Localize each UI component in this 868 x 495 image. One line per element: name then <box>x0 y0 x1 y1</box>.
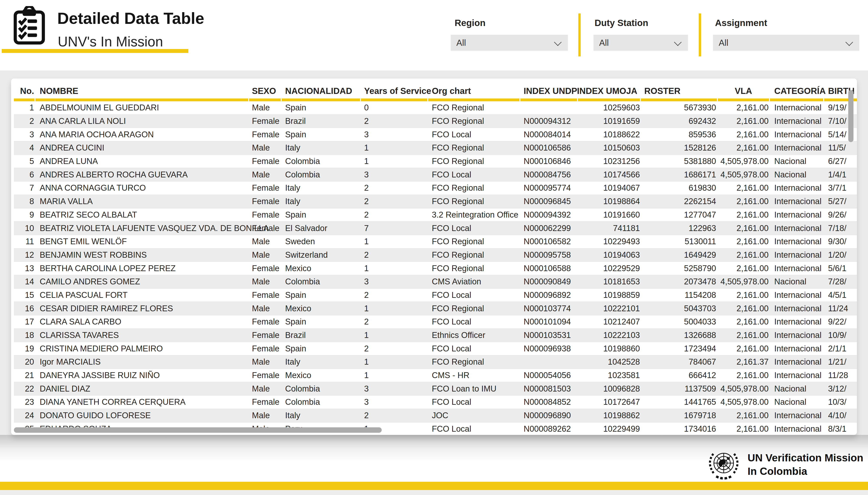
table-row[interactable]: 10BEATRIZ VIOLETA LAFUENTE VASQUEZ VDA. … <box>14 221 857 235</box>
cell: El Salvador <box>281 224 360 233</box>
header-underline-segment <box>578 99 640 101</box>
cell: Nacional <box>769 277 823 286</box>
cell: CLARISSA TAVARES <box>34 330 248 340</box>
column-header-sexo[interactable]: SEXO <box>248 81 281 96</box>
table-row[interactable]: 3ANA MARIA OCHOA ARAGONFemaleSpain3FCO L… <box>14 127 857 141</box>
cell: 1 <box>360 157 427 166</box>
cell: 11/24 <box>823 304 857 313</box>
cell: CLARA SALA CARBO <box>34 317 248 326</box>
column-header-org-chart[interactable]: Org chart <box>427 81 520 96</box>
cell: 21 <box>14 371 34 380</box>
cell: N000106582 <box>520 237 577 246</box>
cell: 10198859 <box>577 290 640 300</box>
cell: CMS - HR <box>427 371 520 380</box>
cell: FCO Regional <box>427 143 520 153</box>
cell: Colombia <box>281 170 360 180</box>
cell: 1 <box>360 237 427 246</box>
column-header-years-of-service[interactable]: Years of Service <box>360 81 427 96</box>
cell: 18 <box>14 330 34 340</box>
cell: Female <box>248 197 281 206</box>
cell: Internacional <box>769 290 823 300</box>
cell: MARIA VALLA <box>34 197 248 206</box>
table-row[interactable]: 9BEATRIZ SECO ALBALATFemaleSpain23.2 Rei… <box>14 208 857 221</box>
table-row[interactable]: 19CRISTINA MEDIERO PALMEIROFemaleSpain2F… <box>14 342 857 355</box>
column-header-nacionalidad[interactable]: NACIONALIDAD <box>281 81 360 96</box>
table-row[interactable]: 15CELIA PASCUAL FORTFemaleSpain2FCO Loca… <box>14 288 857 302</box>
table-row[interactable]: 11BENGT EMIL WENLÖFMaleSweden1FCO Region… <box>14 235 857 248</box>
cell: 2,161.00 <box>717 143 769 153</box>
table-row[interactable]: 18CLARISSA TAVARESFemaleBrazil1Ethnics O… <box>14 328 857 342</box>
column-header-nombre[interactable]: NOMBRE <box>34 81 248 96</box>
table-row[interactable]: 22DANIEL DIAZMaleColombia3FCO Loan to IM… <box>14 382 857 395</box>
cell: N000096938 <box>520 344 577 353</box>
cell: FCO Local <box>427 397 520 407</box>
cell: Internacional <box>769 197 823 206</box>
table-row[interactable]: 16CESAR DIDIER RAMIREZ FLORESMaleMexico1… <box>14 302 857 315</box>
duty-station-dropdown-value: All <box>594 38 609 48</box>
table-row[interactable]: 7ANNA CORNAGGIA TURCOFemaleItaly2FCO Reg… <box>14 181 857 194</box>
cell: Male <box>248 411 281 420</box>
table-row[interactable]: 2ANA CARLA LILA NOLIFemaleBrazil2FCO Reg… <box>14 114 857 128</box>
cell: FCO Regional <box>427 183 520 193</box>
table-row[interactable]: 17CLARA SALA CARBOFemaleSpain2FCO LocalN… <box>14 315 857 328</box>
cell: 24 <box>14 411 34 420</box>
cell: Male <box>248 170 281 180</box>
duty-station-dropdown[interactable]: All <box>594 35 688 51</box>
cell: Female <box>248 344 281 353</box>
table-row[interactable]: 20Igor MARCIALISMaleItaly1FCO Regional10… <box>14 355 857 369</box>
cell: Male <box>248 103 281 113</box>
cell: Male <box>248 143 281 153</box>
cell: 10259603 <box>577 103 640 113</box>
column-header-index-undp[interactable]: INDEX UNDP <box>520 81 577 96</box>
table-row[interactable]: 21DANEYRA JASSIBE RUIZ NIÑOFemaleMexico1… <box>14 369 857 382</box>
cell: 4,505,978.00 <box>717 170 769 180</box>
cell: N000096890 <box>520 411 577 420</box>
cell: Colombia <box>281 397 360 407</box>
cell: N000084852 <box>520 397 577 407</box>
cell: 1679718 <box>640 411 717 420</box>
cell: Nacional <box>769 397 823 407</box>
cell: Female <box>248 317 281 326</box>
cell: 1277047 <box>640 210 717 220</box>
cell: 10/9/ <box>823 330 857 340</box>
table-row[interactable]: 23DIANA YANETH CORREA CERQUERAFemaleColo… <box>14 395 857 409</box>
table-row[interactable]: 8MARIA VALLAFemaleItaly2FCO RegionalN000… <box>14 194 857 208</box>
cell: 16 <box>14 304 34 313</box>
assignment-dropdown[interactable]: All <box>713 35 859 51</box>
cell: 5673930 <box>640 103 717 113</box>
cell: CAMILO ANDRES GOMEZ <box>34 277 248 286</box>
table-row[interactable]: 1ABDELMOUNIM EL GUEDDARIMaleSpain0FCO Re… <box>14 101 857 114</box>
cell: Internacional <box>769 264 823 273</box>
region-dropdown[interactable]: All <box>451 35 568 51</box>
table-row[interactable]: 14CAMILO ANDRES GOMEZMaleColombia3CMS Av… <box>14 275 857 288</box>
column-header-index-umoja[interactable]: INDEX UMOJA <box>577 81 640 96</box>
cell: 1 <box>14 103 34 113</box>
column-header-no[interactable]: No. <box>14 81 34 96</box>
chevron-down-icon <box>674 38 682 46</box>
cell: FCO Regional <box>427 197 520 206</box>
cell: 2,161.00 <box>717 290 769 300</box>
cell: 2/1/1 <box>823 344 857 353</box>
data-table-panel: No.NOMBRESEXONACIONALIDADYears of Servic… <box>11 79 857 435</box>
header-underline <box>14 99 857 101</box>
cell: BEATRIZ VIOLETA LAFUENTE VASQUEZ VDA. DE… <box>34 224 248 233</box>
cell: Italy <box>281 411 360 420</box>
column-header-categor-a[interactable]: CATEGORÍA <box>769 81 823 96</box>
column-header-vla[interactable]: VLA <box>717 81 769 96</box>
cell: Female <box>248 371 281 380</box>
cell: ABDELMOUNIM EL GUEDDARI <box>34 103 248 113</box>
table-row[interactable]: 6ANDRES ALBERTO ROCHA GUEVARAMaleColombi… <box>14 168 857 181</box>
cell: 619830 <box>640 183 717 193</box>
table-row[interactable]: 4ANDREA CUCINIMaleItaly1FCO RegionalN000… <box>14 141 857 154</box>
horizontal-scrollbar[interactable] <box>14 427 382 433</box>
cell: 10194067 <box>577 183 640 193</box>
table-row[interactable]: 13BERTHA CAROLINA LOPEZ PEREZFemaleMexic… <box>14 261 857 275</box>
cell: FCO Regional <box>427 103 520 113</box>
table-row[interactable]: 12BENJAMIN WEST ROBBINSMaleSwitzerland2F… <box>14 248 857 261</box>
table-row[interactable]: 5ANDREA LUNAFemaleColombia1FCO RegionalN… <box>14 154 857 168</box>
cell: Female <box>248 210 281 220</box>
cell: 10229529 <box>577 264 640 273</box>
column-header-roster[interactable]: ROSTER <box>640 81 717 96</box>
vertical-scrollbar[interactable] <box>848 90 853 142</box>
table-row[interactable]: 24DONATO GUIDO LOFORESEMaleItaly2JOCN000… <box>14 409 857 422</box>
